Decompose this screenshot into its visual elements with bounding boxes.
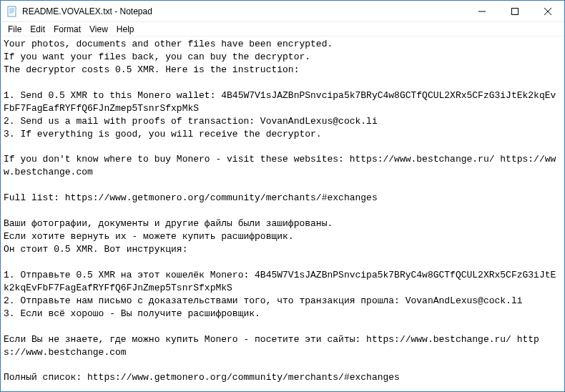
notepad-window: pcrisk.com README.VOVALEX.txt - Notepad	[0, 0, 565, 392]
menu-file[interactable]: File	[4, 23, 26, 36]
window-title: README.VOVALEX.txt - Notepad	[22, 6, 466, 16]
notepad-icon	[6, 6, 18, 17]
svg-rect-6	[512, 8, 519, 14]
maximize-button[interactable]	[498, 1, 531, 21]
window-controls	[466, 1, 564, 21]
titlebar: README.VOVALEX.txt - Notepad	[1, 1, 564, 22]
menu-view[interactable]: View	[85, 23, 112, 36]
menu-edit[interactable]: Edit	[26, 23, 49, 36]
close-button[interactable]	[531, 1, 564, 21]
minimize-button[interactable]	[466, 1, 498, 21]
menu-format[interactable]: Format	[49, 23, 85, 36]
text-area[interactable]: Your photos, documents and other files h…	[1, 36, 564, 391]
menubar: File Edit Format View Help	[1, 22, 564, 36]
menu-help[interactable]: Help	[112, 23, 139, 36]
